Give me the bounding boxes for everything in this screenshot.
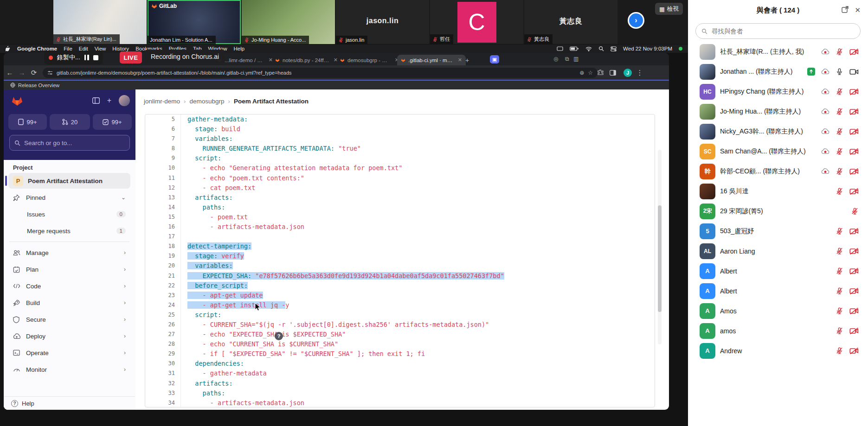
side-panel-icon[interactable] <box>610 70 622 76</box>
participant-row[interactable]: ALAaron Liang <box>688 241 868 261</box>
mic-off-icon[interactable] <box>836 108 843 115</box>
camera-off-icon[interactable] <box>849 327 859 335</box>
sidebar-item-manage[interactable]: Manage› <box>8 245 130 261</box>
sidebar-item-build[interactable]: Build› <box>8 295 130 311</box>
sidebar-item-deploy[interactable]: Deploy› <box>8 328 130 344</box>
camera-off-icon[interactable] <box>849 188 859 195</box>
mic-off-icon[interactable] <box>836 307 843 315</box>
extensions-puzzle-icon[interactable] <box>598 70 610 76</box>
screen-recording-widget[interactable]: 錄製中... <box>44 51 103 64</box>
display-icon[interactable] <box>557 46 563 51</box>
tab-media-icon[interactable]: ◎ <box>553 56 558 62</box>
line-number[interactable]: 28 <box>145 339 181 349</box>
line-number[interactable]: 27 <box>145 330 181 339</box>
zoom-page-icon[interactable]: ⊕ <box>579 70 584 76</box>
line-number[interactable]: 18 <box>145 242 181 251</box>
tab-group-icon[interactable]: ▥ <box>573 56 579 62</box>
view-layout-button[interactable]: ▦ 檢視 <box>655 3 683 15</box>
participant-row[interactable]: 社長_林家瑋(R... (主持人, 我) <box>688 42 868 62</box>
menu-item[interactable]: Help <box>233 46 244 51</box>
participant-row[interactable]: AAlbert <box>688 261 868 281</box>
participant-row[interactable]: 5503_盧冠妤 <box>688 221 868 241</box>
line-number[interactable]: 25 <box>145 310 181 320</box>
participant-row[interactable]: Aamos <box>688 321 868 341</box>
participant-search-box[interactable] <box>695 23 861 39</box>
line-number[interactable]: 33 <box>145 388 181 398</box>
camera-off-icon[interactable] <box>849 228 859 235</box>
line-number[interactable]: 14 <box>145 203 181 212</box>
line-number[interactable]: 23 <box>145 291 181 300</box>
reload-button[interactable]: ⟳ <box>28 69 40 77</box>
browser-tab[interactable]: .gitlab-ci.yml · main · jonlimr-✕ <box>397 55 466 65</box>
create-new-icon[interactable]: + <box>107 96 111 105</box>
participant-row[interactable]: Jo-Ming Hua... (聯席主持人) <box>688 102 868 121</box>
browser-tab[interactable]: demosubgrp - GitLab✕ <box>336 55 403 65</box>
apple-menu-icon[interactable] <box>6 46 11 52</box>
line-number[interactable]: 15 <box>145 212 181 222</box>
back-button[interactable]: ← <box>4 69 16 76</box>
participant-row[interactable]: 幹幹部-CEO顧... (聯席主持人) <box>688 161 868 181</box>
line-number[interactable]: 29 <box>145 349 181 359</box>
mic-off-icon[interactable] <box>851 207 859 215</box>
sidebar-help-item[interactable]: ? Help <box>4 396 135 410</box>
pause-recording-icon[interactable] <box>84 55 89 60</box>
mic-off-icon[interactable] <box>836 227 843 235</box>
sidebar-item-issues[interactable]: Issues0 <box>8 206 130 222</box>
menu-item[interactable]: History <box>112 46 129 51</box>
bookmark-star-icon[interactable]: ☆ <box>588 70 593 76</box>
participant-row[interactable]: Nicky_AG3幹... (聯席主持人) <box>688 121 868 141</box>
mic-off-icon[interactable] <box>836 127 843 135</box>
line-number[interactable]: 16 <box>145 222 181 232</box>
line-number[interactable]: 21 <box>145 271 181 281</box>
participant-row[interactable]: SCSam Chan@A... (聯席主持人) <box>688 141 868 161</box>
participant-search-input[interactable] <box>711 27 855 35</box>
mic-off-icon[interactable] <box>836 347 843 355</box>
line-number[interactable]: 9 <box>145 153 181 163</box>
mic-off-icon[interactable] <box>836 327 843 335</box>
video-tile[interactable]: C哲任 <box>430 0 523 44</box>
breadcrumb-subgroup[interactable]: demosubgrp <box>190 98 225 105</box>
breadcrumb-project[interactable]: Poem Artifact Attestation <box>234 98 309 105</box>
tab-copy-icon[interactable]: ⧉ <box>565 56 569 62</box>
video-tile[interactable]: 社長_林家瑋(Ray Lin)... <box>53 0 147 44</box>
forward-button[interactable]: → <box>16 69 28 76</box>
close-panel-icon[interactable]: ✕ <box>855 6 861 14</box>
camera-off-icon[interactable] <box>849 267 859 275</box>
sidebar-item-secure[interactable]: Secure› <box>8 312 130 327</box>
line-number[interactable]: 30 <box>145 359 181 369</box>
line-number[interactable]: 17 <box>145 232 181 242</box>
mic-on-icon[interactable] <box>836 68 843 76</box>
camera-off-icon[interactable] <box>849 287 859 295</box>
line-number[interactable]: 20 <box>145 261 181 271</box>
sidebar-item-pinned[interactable]: Pinned⌄ <box>8 190 130 205</box>
address-bar[interactable]: gitlab.com/jonlimr-demo/demosubgrp/poem-… <box>43 68 598 78</box>
camera-off-icon[interactable] <box>849 148 859 155</box>
sidebar-item-plan[interactable]: Plan› <box>8 261 130 277</box>
camera-off-icon[interactable] <box>849 168 859 175</box>
camera-off-icon[interactable] <box>849 108 859 115</box>
page-scrollbar-thumb[interactable] <box>658 205 662 312</box>
gitlab-search-box[interactable]: Search or go to... <box>9 135 130 151</box>
line-number[interactable]: 34 <box>145 398 181 407</box>
help-popover-icon[interactable]: ? <box>275 332 283 340</box>
page-scrollbar[interactable] <box>658 150 662 344</box>
popout-panel-icon[interactable] <box>842 6 849 13</box>
sidebar-item-operate[interactable]: Operate› <box>8 345 130 361</box>
line-number[interactable]: 13 <box>145 193 181 203</box>
recorder-extension-icon[interactable]: ▣ <box>490 55 499 64</box>
control-center-icon[interactable] <box>611 46 617 51</box>
line-number[interactable]: 19 <box>145 251 181 261</box>
participant-row[interactable]: AAndrew <box>688 341 868 361</box>
user-avatar[interactable] <box>119 95 130 106</box>
sidebar-item-code[interactable]: Code› <box>8 278 130 294</box>
new-tab-button[interactable]: + <box>463 56 471 64</box>
menu-bar-clock[interactable]: Wed 22 Nov 9:03PM <box>623 46 672 51</box>
sidebar-toggle-icon[interactable] <box>92 97 100 104</box>
todos-count-pill[interactable]: 99+ <box>93 114 132 130</box>
video-tile[interactable]: Jo-Ming Huang - Acco... <box>242 0 335 44</box>
camera-off-icon[interactable] <box>849 347 859 355</box>
bookmark-item[interactable]: Release Overview <box>18 83 59 88</box>
browser-tab[interactable]: notes/db.py - 24ff1847aa70c✕ <box>271 55 341 65</box>
mic-off-icon[interactable] <box>836 88 843 95</box>
line-number[interactable]: 10 <box>145 163 181 173</box>
